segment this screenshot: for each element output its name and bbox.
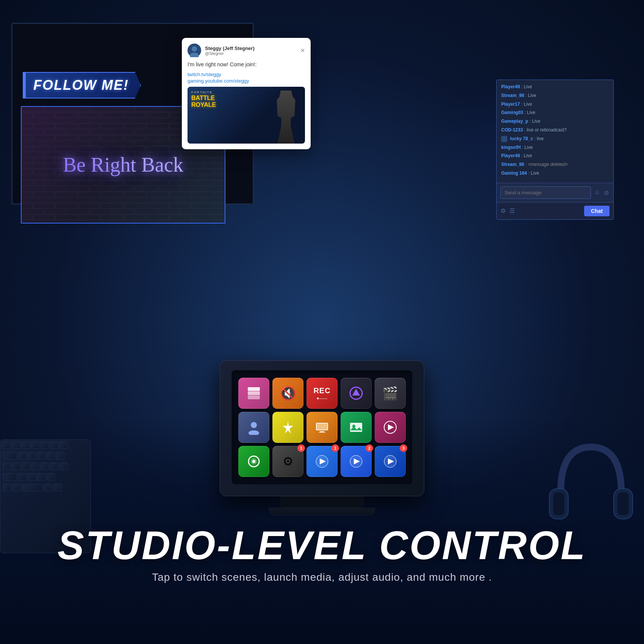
chat-panel: Player49 : Live Stream_98 : Live Player1…: [496, 80, 614, 220]
deck-btn-camera[interactable]: [238, 446, 269, 477]
chat-username: Stream_98: [501, 162, 524, 167]
chat-status: : Live: [521, 153, 532, 158]
chat-message: Gaming03 : Live: [501, 109, 609, 116]
chat-status: : Live: [521, 84, 532, 89]
deck-btn-settings1[interactable]: ⚙ 1: [272, 446, 303, 477]
key: [44, 484, 52, 491]
rec-label: REC ●——: [313, 386, 330, 400]
key: [31, 441, 39, 449]
svg-rect-14: [248, 391, 260, 395]
key: [31, 463, 39, 470]
key: [50, 441, 58, 449]
chat-status: : Live: [525, 93, 536, 98]
chat-message: kingsofH : Live: [501, 144, 609, 151]
key: [18, 473, 27, 481]
chat-block-icon[interactable]: ⊘: [603, 188, 610, 197]
svg-marker-26: [388, 424, 394, 430]
chat-message: Stream_98 : <message deleted>: [501, 161, 609, 168]
svg-point-29: [252, 460, 255, 463]
deck-btn-clapper[interactable]: 🎬: [375, 378, 406, 409]
svg-rect-2: [553, 492, 564, 515]
chat-username: Player49: [501, 153, 520, 158]
social-link-youtube[interactable]: gaming.youtube.com/steggy: [188, 78, 305, 84]
key: [50, 463, 58, 470]
chat-username: COD-1233: [501, 127, 523, 133]
deck-btn-play2[interactable]: 2: [341, 446, 372, 477]
deck-btn-stars[interactable]: [272, 412, 303, 443]
svg-rect-15: [248, 395, 260, 399]
deck-btn-play3[interactable]: 3: [375, 446, 406, 477]
key: [41, 463, 49, 470]
chat-status: : live: [534, 136, 544, 141]
social-message: I'm live right now! Come join!:: [188, 61, 305, 69]
headline-subtitle: Tap to switch scenes, launch media, adju…: [0, 571, 644, 583]
chat-settings-icons: ⚙ ☰: [500, 207, 515, 214]
key: [12, 463, 20, 470]
chat-message: Player49 : Live: [501, 84, 609, 90]
deck-btn-scene1[interactable]: [238, 412, 269, 443]
social-link-twitch[interactable]: twitch.tv/steggy: [188, 72, 305, 77]
key: [3, 463, 11, 470]
deck-btn-layers[interactable]: [238, 378, 269, 409]
social-avatar: [188, 44, 201, 57]
chat-message: Gameplay_p : Live: [501, 118, 609, 125]
chat-message-input[interactable]: [500, 186, 591, 199]
chat-input-area: ☺ ⊘: [497, 183, 613, 202]
chat-message: COD-1233 : live or rebroadcast?: [501, 127, 609, 133]
chat-gear-icon[interactable]: ⚙: [500, 207, 506, 214]
key: [41, 441, 49, 449]
key: [22, 441, 30, 449]
mute-icon: 🔇: [280, 386, 296, 401]
chat-avatar-icon: [501, 136, 507, 142]
chat-status: : Live: [524, 110, 535, 115]
key: [37, 473, 45, 481]
deck-btn-play1[interactable]: 1: [306, 446, 338, 477]
key: [53, 484, 62, 491]
badge-2: 1: [331, 444, 339, 452]
chat-emoji-icon[interactable]: ☺: [593, 188, 601, 197]
deck-stand-base: [269, 508, 375, 515]
key: [3, 452, 17, 460]
chat-list-icon[interactable]: ☰: [510, 207, 515, 214]
badge-4: 3: [400, 444, 407, 452]
deck-btn-media[interactable]: [375, 412, 406, 443]
chat-messages-area: Player49 : Live Stream_98 : Live Player1…: [497, 80, 613, 183]
chat-username: lucky 78_c: [510, 136, 533, 141]
chat-deleted: : <message deleted>: [525, 162, 568, 167]
key: [12, 441, 20, 449]
chat-username: Gaming03: [501, 110, 523, 115]
svg-marker-17: [352, 389, 360, 395]
deck-btn-mute[interactable]: 🔇: [272, 378, 303, 409]
svg-rect-23: [350, 423, 362, 432]
stream-deck: 🔇 REC ●—— 🎬: [220, 360, 424, 515]
key: [18, 452, 27, 460]
deck-stand: [280, 496, 364, 508]
chat-send-button[interactable]: Chat: [584, 206, 610, 216]
spacebar: [22, 484, 43, 491]
chat-message: Stream_98 : Live: [501, 92, 609, 99]
badge-3: 2: [366, 444, 373, 452]
social-username: Steggy (Jeff Stegner): [205, 45, 300, 51]
svg-rect-13: [248, 387, 260, 391]
settings-icon: ⚙: [283, 454, 294, 469]
deck-btn-monitor[interactable]: [306, 412, 338, 443]
deck-btn-record[interactable]: REC ●——: [306, 378, 338, 409]
chat-username: Stream_98: [501, 93, 524, 98]
chat-message: lucky 78_c : live: [501, 136, 609, 142]
key: [3, 441, 11, 449]
clapper-icon: 🎬: [382, 386, 398, 401]
social-card: Steggy (Jeff Stegner) @Stegner ✕ I'm liv…: [182, 38, 311, 149]
key: [56, 452, 64, 460]
key: [28, 473, 36, 481]
deck-btn-obs[interactable]: [341, 378, 372, 409]
key: [3, 484, 11, 491]
key: [47, 452, 55, 460]
chat-message: Player17 : Live: [501, 101, 609, 108]
key: [3, 473, 17, 481]
key: [59, 463, 68, 470]
close-icon[interactable]: ✕: [300, 47, 305, 54]
key: [37, 452, 45, 460]
chat-username: Player17: [501, 102, 520, 107]
deck-btn-gallery[interactable]: [341, 412, 372, 443]
chat-status: : Live: [528, 170, 539, 176]
